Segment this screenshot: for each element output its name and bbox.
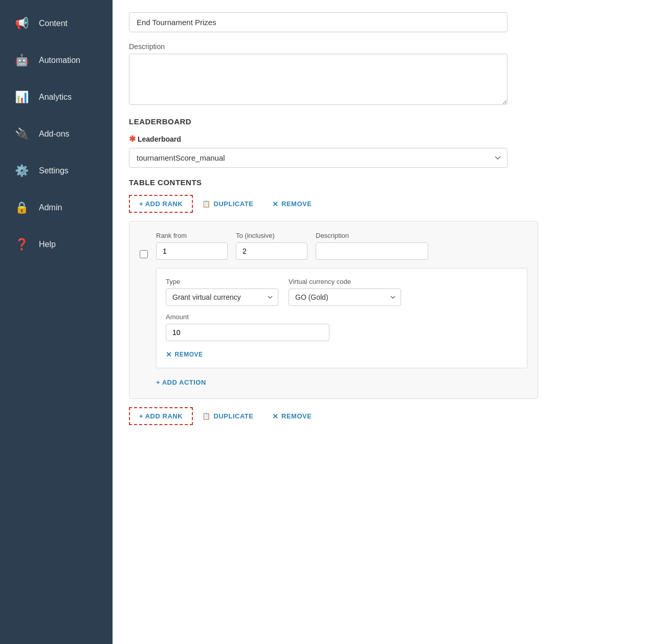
remove-action-x-icon: ✕ [166,350,172,359]
sidebar-item-automation[interactable]: 🤖 Automation [0,42,113,79]
analytics-icon: 📊 [12,88,31,106]
bottom-toolbar: + ADD RANK 📋 DUPLICATE ✕ REMOVE [129,407,646,425]
settings-icon: ⚙️ [12,162,31,180]
bottom-duplicate-label: DUPLICATE [214,412,254,420]
table-contents-section: TABLE CONTENTS + ADD RANK 📋 DUPLICATE ✕ … [129,178,646,425]
top-toolbar: + ADD RANK 📋 DUPLICATE ✕ REMOVE [129,195,646,213]
remove-x-icon: ✕ [272,200,279,208]
bottom-remove-label: REMOVE [281,412,312,420]
bottom-remove-x-icon: ✕ [272,412,279,420]
add-action-container: + ADD ACTION [140,374,527,390]
rank-from-label: Rank from [156,232,228,239]
leaderboard-section-title: LEADERBOARD [129,117,646,126]
sidebar-item-label: Admin [39,203,62,212]
required-star: ✱ [129,134,136,144]
to-inclusive-input[interactable] [236,242,307,260]
action-section: Type Grant virtual currency Virtual curr… [156,268,527,368]
sidebar-item-label: Content [39,19,68,28]
sidebar-item-label: Settings [39,166,69,175]
sidebar: 📢 Content 🤖 Automation 📊 Analytics 🔌 Add… [0,0,113,644]
automation-icon: 🤖 [12,51,31,70]
content-icon: 📢 [12,14,31,33]
rank-checkbox[interactable] [140,250,148,258]
bottom-duplicate-button[interactable]: 📋 DUPLICATE [193,408,262,424]
add-rank-button[interactable]: + ADD RANK [129,195,193,213]
sidebar-item-analytics[interactable]: 📊 Analytics [0,79,113,116]
rank-from-field: Rank from [156,232,228,260]
description-group: Description [129,42,646,107]
sidebar-item-help[interactable]: ❓ Help [0,226,113,263]
sidebar-item-addons[interactable]: 🔌 Add-ons [0,116,113,152]
rank-description-field: Description [316,232,428,260]
duplicate-icon: 📋 [202,200,211,208]
currency-select[interactable]: GO (Gold) [289,288,401,306]
admin-icon: 🔒 [12,198,31,217]
add-action-button[interactable]: + ADD ACTION [156,374,206,390]
type-label: Type [166,278,278,285]
amount-input[interactable] [166,324,329,341]
leaderboard-label: ✱ Leaderboard [129,134,646,144]
currency-field: Virtual currency code GO (Gold) [289,278,401,306]
remove-label: REMOVE [281,200,312,208]
title-group [129,12,646,32]
leaderboard-section: LEADERBOARD ✱ Leaderboard tournamentScor… [129,117,646,168]
addons-icon: 🔌 [12,125,31,143]
amount-field: Amount [166,313,329,341]
table-contents-title: TABLE CONTENTS [129,178,646,187]
type-field: Type Grant virtual currency [166,278,278,306]
bottom-add-rank-label: + ADD RANK [139,412,183,420]
rank-row: Rank from To (inclusive) Description [140,232,527,260]
help-icon: ❓ [12,235,31,254]
bottom-remove-button[interactable]: ✕ REMOVE [263,408,321,425]
sidebar-item-admin[interactable]: 🔒 Admin [0,189,113,226]
remove-action-label: REMOVE [175,351,203,358]
type-currency-row: Type Grant virtual currency Virtual curr… [166,278,518,306]
sidebar-item-label: Add-ons [39,129,70,139]
duplicate-label: DUPLICATE [214,200,254,208]
bottom-add-rank-button[interactable]: + ADD RANK [129,407,193,425]
rank-container: Rank from To (inclusive) Description [129,221,538,399]
remove-action-button[interactable]: ✕ REMOVE [166,348,203,361]
remove-button[interactable]: ✕ REMOVE [263,196,321,212]
rank-from-input[interactable] [156,242,228,260]
rank-fields: Rank from To (inclusive) Description [156,232,527,260]
to-inclusive-label: To (inclusive) [236,232,307,239]
sidebar-item-label: Automation [39,56,80,65]
sidebar-item-label: Analytics [39,93,72,102]
leaderboard-select[interactable]: tournamentScore_manual [129,148,507,168]
sidebar-item-label: Help [39,240,56,249]
rank-description-label: Description [316,232,428,239]
amount-label: Amount [166,313,329,321]
amount-row: Amount [166,313,518,341]
type-select[interactable]: Grant virtual currency [166,288,278,306]
description-textarea[interactable] [129,54,507,105]
main-content: Description LEADERBOARD ✱ Leaderboard to… [113,0,662,644]
title-input[interactable] [129,12,507,32]
to-inclusive-field: To (inclusive) [236,232,307,260]
bottom-duplicate-icon: 📋 [202,412,211,420]
description-label: Description [129,42,646,51]
sidebar-item-settings[interactable]: ⚙️ Settings [0,152,113,189]
add-action-label: + ADD ACTION [156,379,206,386]
add-rank-label: + ADD RANK [139,200,183,208]
currency-label: Virtual currency code [289,278,401,285]
duplicate-button[interactable]: 📋 DUPLICATE [193,196,262,212]
sidebar-item-content[interactable]: 📢 Content [0,5,113,42]
rank-description-input[interactable] [316,242,428,260]
